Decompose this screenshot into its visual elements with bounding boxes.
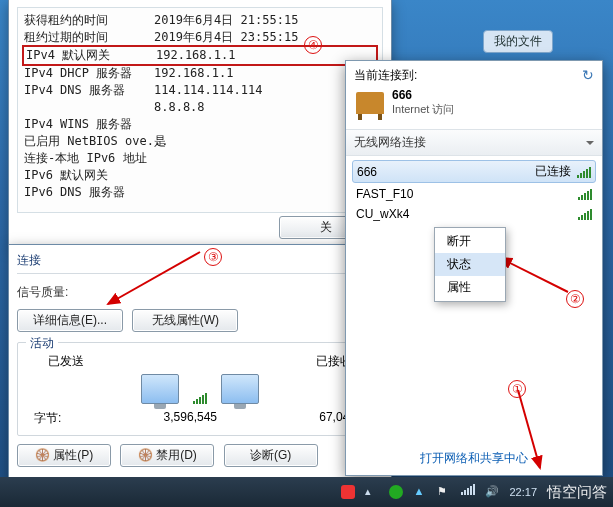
detail-key: IPv4 WINS 服务器 [24, 116, 154, 133]
bench-icon [356, 92, 384, 114]
ctx-state[interactable]: 状态 [435, 253, 505, 276]
watermark: 悟空问答 [547, 483, 607, 502]
flyout-header: 当前连接到: [354, 67, 417, 84]
tray-wechat-icon[interactable] [389, 485, 403, 499]
network-context-menu: 断开 状态 属性 [434, 227, 506, 302]
detail-key: IPv4 默认网关 [26, 47, 156, 64]
detail-value: 8.8.8.8 [154, 100, 205, 114]
detail-row: 租约过期的时间2019年6月4日 23:55:15 [24, 29, 376, 46]
taskbar: ▴ ▲ ⚑ 🔊 22:17 悟空问答 [0, 477, 613, 507]
tray-flag-icon[interactable]: ⚑ [437, 485, 451, 499]
detail-value: 是 [154, 134, 166, 148]
detail-row: IPv4 DNS 服务器114.114.114.114 [24, 82, 376, 99]
chevron-up-icon [586, 141, 594, 149]
current-access: Internet 访问 [392, 102, 454, 117]
wireless-section-bar[interactable]: 无线网络连接 [346, 129, 602, 156]
detail-value: 192.168.1.1 [154, 66, 233, 80]
properties-button[interactable]: 🛞 属性(P) [17, 444, 111, 467]
tray-up-icon[interactable]: ▴ [365, 485, 379, 499]
detail-key: IPv6 默认网关 [24, 167, 154, 184]
activity-legend: 活动 [26, 335, 58, 352]
activity-signal-icon [193, 388, 207, 404]
network-item-name: 666 [357, 165, 377, 179]
detail-value: 114.114.114.114 [154, 83, 262, 97]
network-item-name: CU_wXk4 [356, 207, 409, 221]
detail-row: IPv4 WINS 服务器 [24, 116, 376, 133]
wlan-status-window: 连接 信号质量: 详细信息(E)... 无线属性(W) 活动 已发送 已接收 字… [8, 244, 392, 485]
details-button[interactable]: 详细信息(E)... [17, 309, 123, 332]
tray-shield-icon[interactable]: ▲ [413, 485, 427, 499]
diagnose-button[interactable]: 诊断(G) [224, 444, 318, 467]
ctx-disconnect[interactable]: 断开 [435, 230, 505, 253]
detail-row: 获得租约的时间2019年6月4日 21:55:15 [24, 12, 376, 29]
detail-key: IPv4 DNS 服务器 [24, 82, 154, 99]
network-item[interactable]: FAST_F10 [354, 184, 594, 204]
tray-volume-icon[interactable]: 🔊 [485, 485, 499, 499]
detail-row: IPv4 DHCP 服务器192.168.1.1 [24, 65, 376, 82]
detail-key: IPv4 DHCP 服务器 [24, 65, 154, 82]
tray-sogou-icon[interactable] [341, 485, 355, 499]
detail-row: IPv4 默认网关192.168.1.1 [22, 45, 378, 66]
signal-bars-icon [577, 166, 591, 178]
current-ssid: 666 [392, 88, 454, 102]
network-details-list: 获得租约的时间2019年6月4日 21:55:15租约过期的时间2019年6月4… [17, 7, 383, 213]
disable-button[interactable]: 🛞 禁用(D) [120, 444, 214, 467]
sent-label: 已发送 [48, 353, 84, 370]
wireless-properties-button[interactable]: 无线属性(W) [132, 309, 238, 332]
bytes-label: 字节: [34, 410, 61, 427]
activity-monitors-icon [28, 374, 372, 404]
bytes-sent-value: 3,596,545 [164, 410, 217, 427]
properties-button-label: 属性(P) [53, 448, 93, 462]
detail-value: 2019年6月4日 21:55:15 [154, 13, 298, 27]
diagnose-button-label: 诊断(G) [250, 448, 291, 462]
detail-value: 2019年6月4日 23:55:15 [154, 30, 298, 44]
disable-button-label: 禁用(D) [156, 448, 197, 462]
signal-bars-icon [578, 208, 592, 220]
detail-key: 连接-本地 IPv6 地址 [24, 150, 154, 167]
detail-row: 8.8.8.8 [24, 99, 376, 116]
signal-quality-label: 信号质量: [17, 284, 68, 301]
network-item[interactable]: 666 已连接 [352, 160, 596, 183]
detail-row: 连接-本地 IPv6 地址 [24, 150, 376, 167]
network-details-window: 获得租约的时间2019年6月4日 21:55:15租约过期的时间2019年6月4… [8, 0, 392, 248]
refresh-icon[interactable]: ↻ [582, 67, 594, 84]
wireless-section-label: 无线网络连接 [354, 134, 426, 151]
detail-value: 192.168.1.1 [156, 48, 235, 62]
detail-key: IPv6 DNS 服务器 [24, 184, 154, 201]
open-network-center-link[interactable]: 打开网络和共享中心 [346, 442, 602, 467]
network-item[interactable]: CU_wXk4 [354, 204, 594, 224]
tray-network-icon[interactable] [461, 485, 475, 499]
my-files-pill[interactable]: 我的文件 [483, 30, 553, 53]
detail-row: 已启用 NetBIOS ove...是 [24, 133, 376, 150]
connection-legend: 连接 [17, 252, 383, 274]
activity-group: 活动 已发送 已接收 字节: 3,596,545 67,044,0 [17, 342, 383, 436]
my-files-label: 我的文件 [494, 34, 542, 48]
network-flyout: 当前连接到: ↻ 666 Internet 访问 无线网络连接 666 已连接 … [345, 60, 603, 476]
network-item-name: FAST_F10 [356, 187, 413, 201]
detail-row: IPv6 默认网关 [24, 167, 376, 184]
ctx-properties[interactable]: 属性 [435, 276, 505, 299]
detail-key: 已启用 NetBIOS ove... [24, 133, 154, 150]
detail-key: 租约过期的时间 [24, 29, 154, 46]
network-item-status: 已连接 [535, 163, 571, 180]
detail-row: IPv6 DNS 服务器 [24, 184, 376, 201]
detail-key: 获得租约的时间 [24, 12, 154, 29]
signal-bars-icon [578, 188, 592, 200]
taskbar-clock[interactable]: 22:17 [509, 486, 537, 498]
